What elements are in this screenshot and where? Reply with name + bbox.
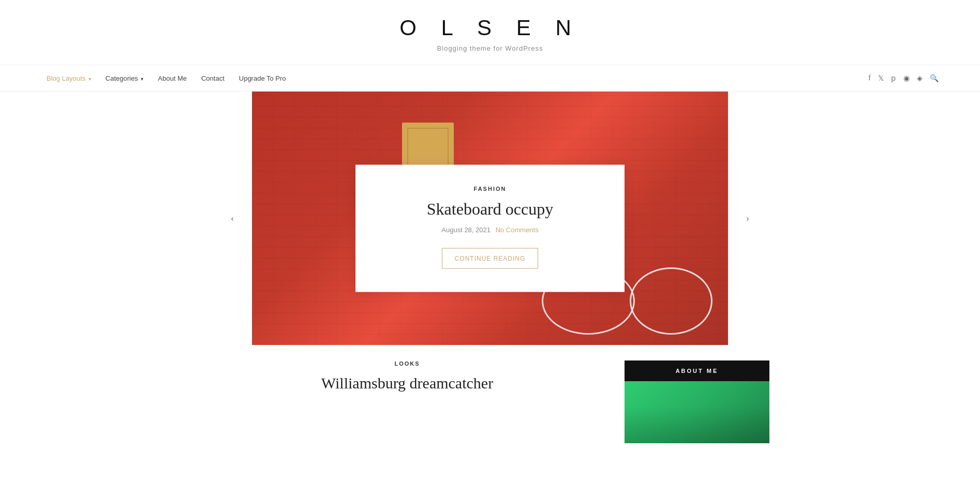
hero-comments[interactable]: No Comments	[496, 226, 539, 234]
chevron-down-icon: ▾	[88, 76, 91, 82]
hero-date: August 28, 2021	[441, 226, 491, 234]
hero-slider: ‹ Fashion Skateboard occupy August 28, 2…	[252, 92, 728, 345]
search-icon[interactable]: 🔍	[930, 74, 939, 83]
bike-wheel-right	[630, 267, 712, 335]
main-content: Looks Williamsburg dreamcatcher	[211, 360, 604, 443]
main-nav: Blog Layouts ▾ Categories ▾ About Me Con…	[0, 65, 980, 92]
site-header: O L S E N Blogging theme for WordPress	[0, 0, 980, 57]
hero-category: Fashion	[381, 186, 599, 192]
dribbble-icon[interactable]: ◉	[903, 74, 910, 83]
nav-upgrade[interactable]: Upgrade To Pro	[234, 71, 291, 85]
post-preview: Looks Williamsburg dreamcatcher	[211, 360, 604, 393]
nav-links: Blog Layouts ▾ Categories ▾ About Me Con…	[41, 71, 291, 85]
site-title: O L S E N	[10, 16, 970, 40]
continue-reading-button[interactable]: Continue Reading	[442, 248, 539, 269]
nav-contact[interactable]: Contact	[196, 71, 230, 85]
content-area: Looks Williamsburg dreamcatcher ABOUT ME	[169, 360, 811, 443]
slider-prev-button[interactable]: ‹	[221, 207, 244, 230]
chevron-down-icon: ▾	[141, 76, 143, 82]
rss-icon[interactable]: ◈	[917, 74, 923, 83]
post-category: Looks	[211, 360, 604, 367]
slider-next-button[interactable]: ›	[736, 207, 759, 230]
pinterest-icon[interactable]: 𝕡	[891, 74, 896, 83]
facebook-icon[interactable]: f	[868, 74, 871, 82]
nav-categories[interactable]: Categories ▾	[100, 71, 149, 85]
hero-title: Skateboard occupy	[381, 199, 599, 219]
twitter-icon[interactable]: 𝕏	[878, 74, 884, 83]
hero-meta: August 28, 2021 No Comments	[381, 226, 599, 234]
nav-social-icons: f 𝕏 𝕡 ◉ ◈ 🔍	[868, 74, 939, 83]
nav-about-me[interactable]: About Me	[153, 71, 192, 85]
nav-blog-layouts[interactable]: Blog Layouts ▾	[41, 71, 96, 85]
sidebar: ABOUT ME	[625, 360, 769, 443]
sidebar-about-header: ABOUT ME	[625, 360, 769, 381]
hero-card: Fashion Skateboard occupy August 28, 202…	[355, 165, 625, 292]
hero-slider-wrapper: ‹ Fashion Skateboard occupy August 28, 2…	[252, 92, 728, 345]
site-tagline: Blogging theme for WordPress	[10, 44, 970, 52]
post-title[interactable]: Williamsburg dreamcatcher	[211, 373, 604, 393]
sidebar-about-image	[625, 381, 769, 443]
